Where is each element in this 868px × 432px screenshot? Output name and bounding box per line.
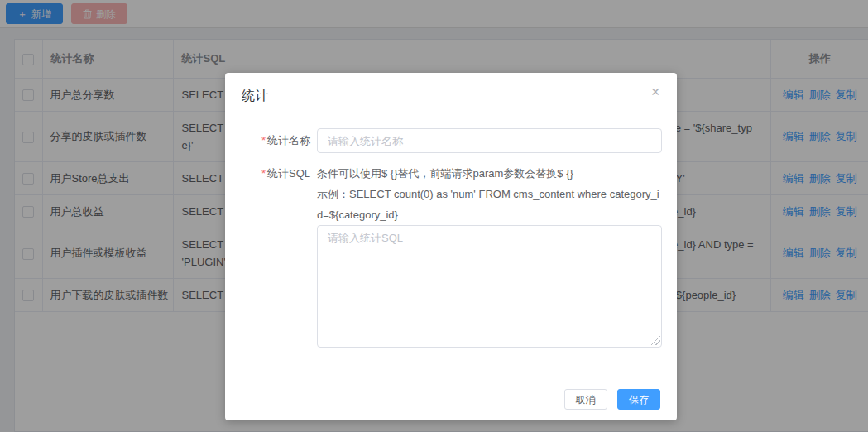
stat-name-input[interactable] (317, 128, 662, 153)
stat-name-label: *统计名称 (225, 128, 317, 153)
sql-help-line2: 示例：SELECT count(0) as 'num' FROM cms_con… (317, 184, 662, 225)
close-icon[interactable]: ✕ (650, 86, 660, 98)
dialog-title: 统计 (242, 87, 660, 105)
stat-sql-label: *统计SQL (225, 163, 317, 184)
sql-help-line1: 条件可以使用$ {}替代，前端请求param参数会替换$ {} (317, 163, 662, 184)
required-mark: * (261, 134, 266, 146)
dialog-header: 统计 ✕ (225, 73, 677, 105)
statistics-dialog: 统计 ✕ *统计名称 *统计SQL 条件可以使用$ {}替代，前端请求param… (225, 73, 677, 420)
cancel-button[interactable]: 取消 (564, 389, 607, 410)
dialog-body: *统计名称 *统计SQL 条件可以使用$ {}替代，前端请求param参数会替换… (225, 105, 677, 348)
save-button[interactable]: 保存 (617, 389, 660, 410)
stat-sql-textarea[interactable] (317, 225, 662, 348)
dialog-footer: 取消 保存 (225, 348, 677, 420)
stat-sql-form-row: *统计SQL 条件可以使用$ {}替代，前端请求param参数会替换$ {} 示… (225, 163, 660, 348)
stat-name-form-row: *统计名称 (225, 128, 660, 153)
textarea-resize-handle[interactable] (651, 336, 660, 345)
required-mark: * (261, 167, 266, 180)
